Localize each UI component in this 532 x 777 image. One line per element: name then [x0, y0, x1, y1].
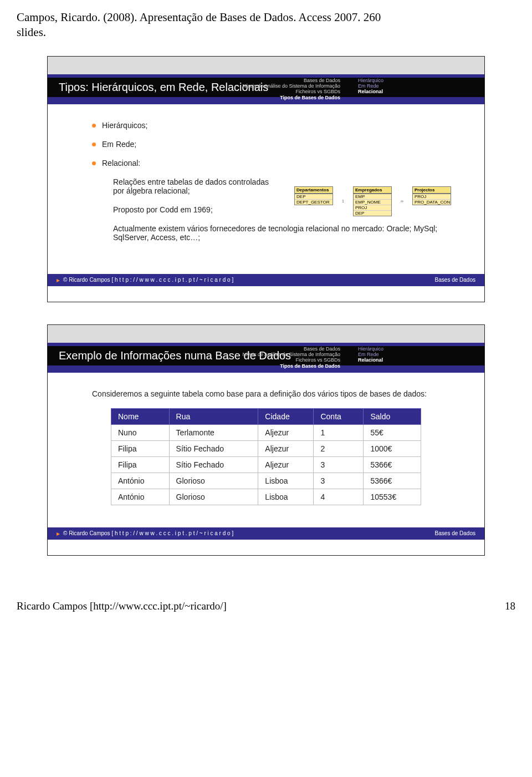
bullet-item: Relacional:	[92, 159, 440, 167]
table-row: AntónioGloriosoLisboa410553€	[111, 489, 421, 505]
breadcrumb-left: Bases de Dados Níveis de Análise do Sist…	[196, 346, 340, 369]
table-cell: 5366€	[364, 473, 421, 489]
slide-header-bar: Bases de Dados Níveis de Análise do Sist…	[48, 343, 484, 373]
crumb-item: Níveis de Análise do Sistema de Informaç…	[196, 352, 340, 357]
slide-header-bar: Bases de Dados Níveis de Análise do Sist…	[48, 74, 484, 104]
col-cidade: Cidade	[258, 408, 314, 424]
breadcrumb-right: Hierárquico Em Rede Relacional	[358, 346, 469, 363]
erd-table-empregados: Empregados EMP EMP_NOME PROJ DEP	[353, 186, 392, 216]
erd-row: DEP	[295, 194, 332, 199]
table-cell: 2	[314, 440, 364, 456]
slide-1: Bases de Dados Níveis de Análise do Sist…	[47, 56, 485, 302]
col-nome: Nome	[111, 408, 170, 424]
footer-copyright: © Ricardo Campos [ h t t p : / / w w w .…	[63, 277, 233, 283]
crumb-item: Bases de Dados	[196, 346, 340, 352]
citation-line-2: slides.	[17, 25, 515, 40]
erd-diagram: Departamentos DEP DEPT_GESTOR 1 Empregad…	[296, 186, 451, 216]
table-cell: António	[111, 473, 170, 489]
table-cell: Lisboa	[258, 473, 314, 489]
slide-body: Consideremos a seguinte tabela como base…	[48, 373, 484, 511]
table-cell: Filipa	[111, 440, 170, 456]
erd-cardinality: ∞	[401, 199, 403, 203]
erd-row: EMP_NOME	[354, 199, 391, 205]
erd-connector: 1	[341, 199, 345, 203]
citation-line-1: Campos, Ricardo. (2008). Apresentação de…	[17, 10, 515, 25]
erd-row: PROJ	[354, 205, 391, 210]
footer-copyright: © Ricardo Campos [ h t t p : / / w w w .…	[63, 530, 233, 536]
slide-body: Hierárquicos; Em Rede; Relacional: Relaç…	[48, 104, 484, 257]
table-cell: 1	[314, 424, 364, 440]
table-header-row: Nome Rua Cidade Conta Saldo	[111, 408, 421, 424]
footer-right: Bases de Dados	[435, 277, 475, 283]
chevron-icon: ▸	[57, 530, 60, 537]
table-cell: Sítio Fechado	[169, 440, 258, 456]
crumb-item: Em Rede	[358, 83, 469, 89]
crumb-item-active: Relacional	[358, 357, 469, 363]
crumb-item: Níveis de Análise do Sistema de Informaç…	[196, 83, 340, 89]
page-footer: Ricardo Campos [http://www.ccc.ipt.pt/~r…	[0, 578, 532, 629]
table-cell: Aljezur	[258, 440, 314, 456]
erd-table-departamentos: Departamentos DEP DEPT_GESTOR	[294, 186, 333, 205]
erd-row: PROJ	[413, 194, 451, 199]
erd-row: DEP	[354, 210, 391, 216]
breadcrumb-right: Hierárquico Em Rede Relacional	[358, 78, 469, 95]
table-cell: 3	[314, 456, 364, 473]
crumb-item-active: Relacional	[358, 89, 469, 94]
bullet-item: Em Rede;	[92, 140, 440, 149]
sub-text: Relações entre tabelas de dados controla…	[113, 177, 279, 195]
table-cell: 55€	[364, 424, 421, 440]
footer-right: Bases de Dados	[435, 530, 475, 536]
footer-reference: Ricardo Campos [http://www.ccc.ipt.pt/~r…	[17, 600, 227, 612]
table-row: FilipaSítio FechadoAljezur35366€	[111, 456, 421, 473]
crumb-item-active: Tipos de Bases de Dados	[196, 363, 340, 369]
slide-2: Bases de Dados Níveis de Análise do Sist…	[47, 324, 485, 556]
table-cell: Nuno	[111, 424, 170, 440]
page-number: 18	[505, 600, 515, 612]
crumb-item: Ficheiros vs SGBDs	[196, 89, 340, 94]
document-citation: Campos, Ricardo. (2008). Apresentação de…	[0, 0, 532, 45]
table-row: AntónioGloriosoLisboa35366€	[111, 473, 421, 489]
bullet-item: Hierárquicos;	[92, 121, 440, 130]
table-cell: Glorioso	[169, 473, 258, 489]
table-cell: 4	[314, 489, 364, 505]
table-cell: Sítio Fechado	[169, 456, 258, 473]
erd-cardinality: 1	[342, 199, 344, 203]
erd-row: EMP	[354, 194, 391, 199]
table-cell: Filipa	[111, 456, 170, 473]
table-cell: Glorioso	[169, 489, 258, 505]
col-conta: Conta	[314, 408, 364, 424]
erd-head: Empregados	[354, 187, 391, 194]
table-cell: 5366€	[364, 456, 421, 473]
table-cell: Lisboa	[258, 489, 314, 505]
sub-text: Actualmente existem vários fornecedores …	[113, 224, 440, 242]
crumb-item: Bases de Dados	[196, 78, 340, 83]
erd-head: Projectos	[413, 187, 451, 194]
slide-footer: ▸ © Ricardo Campos [ h t t p : / / w w w…	[48, 527, 484, 540]
intro-text: Consideremos a seguinte tabela como base…	[92, 389, 440, 398]
crumb-item: Ficheiros vs SGBDs	[196, 357, 340, 363]
table-cell: Aljezur	[258, 424, 314, 440]
erd-head: Departamentos	[295, 187, 332, 194]
slide-gray-bar	[48, 325, 484, 343]
breadcrumb-left: Bases de Dados Níveis de Análise do Sist…	[196, 78, 340, 100]
crumb-item: Hierárquico	[358, 78, 469, 83]
example-table: Nome Rua Cidade Conta Saldo NunoTerlamon…	[111, 408, 421, 505]
slide-footer: ▸ © Ricardo Campos [ h t t p : / / w w w…	[48, 274, 484, 286]
bullet-list: Hierárquicos; Em Rede; Relacional:	[92, 121, 440, 167]
col-rua: Rua	[169, 408, 258, 424]
table-cell: 10553€	[364, 489, 421, 505]
col-saldo: Saldo	[364, 408, 421, 424]
table-row: FilipaSítio FechadoAljezur21000€	[111, 440, 421, 456]
crumb-item: Hierárquico	[358, 346, 469, 352]
erd-row: DEPT_GESTOR	[295, 199, 332, 205]
table-cell: Terlamonte	[169, 424, 258, 440]
table-cell: 1000€	[364, 440, 421, 456]
slide-gray-bar	[48, 57, 484, 74]
crumb-item: Em Rede	[358, 352, 469, 357]
erd-table-projectos: Projectos PROJ PRO_DATA_CON	[412, 186, 451, 205]
table-cell: Aljezur	[258, 456, 314, 473]
table-row: NunoTerlamonteAljezur155€	[111, 424, 421, 440]
crumb-item-active: Tipos de Bases de Dados	[196, 95, 340, 100]
erd-connector: ∞	[400, 199, 405, 203]
table-cell: 3	[314, 473, 364, 489]
